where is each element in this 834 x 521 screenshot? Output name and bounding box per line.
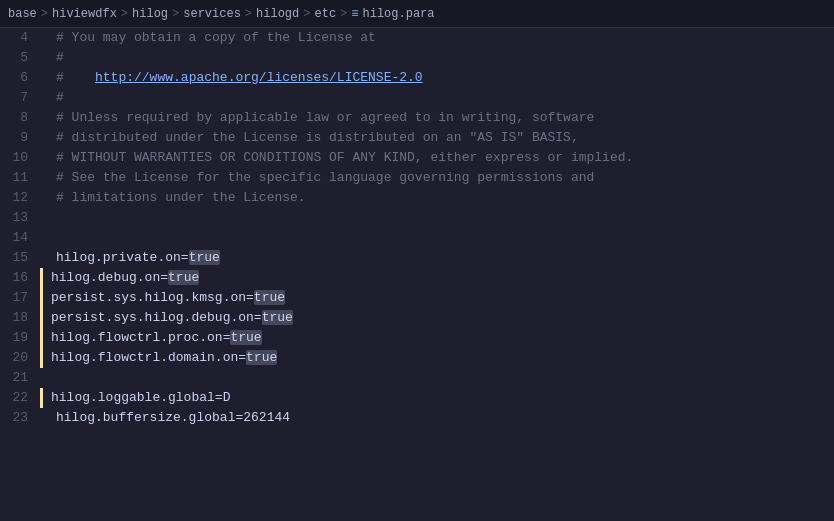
line-gutter	[40, 128, 48, 148]
breadcrumb: base > hiviewdfx > hilog > services > hi…	[0, 0, 834, 28]
line-content: # distributed under the License is distr…	[48, 128, 834, 148]
code-line: 8 # Unless required by applicable law or…	[0, 108, 834, 128]
line-gutter	[40, 208, 48, 228]
breadcrumb-services[interactable]: services	[183, 7, 241, 21]
config-key: persist.sys.hilog.debug.on=	[51, 310, 262, 325]
license-link[interactable]: http://www.apache.org/licenses/LICENSE-2…	[95, 70, 423, 85]
line-content: persist.sys.hilog.kmsg.on=true	[43, 288, 834, 308]
line-number: 14	[0, 228, 40, 248]
code-line: 5 #	[0, 48, 834, 68]
code-line: 14	[0, 228, 834, 248]
code-line: 22 hilog.loggable.global=D	[0, 388, 834, 408]
active-filename: hilog.para	[363, 7, 435, 21]
comment-text: # distributed under the License is distr…	[56, 130, 579, 145]
line-number: 22	[0, 388, 40, 408]
line-content: # Unless required by applicable law or a…	[48, 108, 834, 128]
line-content	[48, 208, 834, 228]
line-content: #	[48, 48, 834, 68]
line-gutter	[40, 168, 48, 188]
line-content: hilog.debug.on=true	[43, 268, 834, 288]
line-number: 21	[0, 368, 40, 388]
line-number: 10	[0, 148, 40, 168]
line-content: #	[48, 88, 834, 108]
comment-text: # WITHOUT WARRANTIES OR CONDITIONS OF AN…	[56, 150, 633, 165]
line-number: 15	[0, 248, 40, 268]
code-line: 7 #	[0, 88, 834, 108]
code-line: 10 # WITHOUT WARRANTIES OR CONDITIONS OF…	[0, 148, 834, 168]
comment-text: # Unless required by applicable law or a…	[56, 110, 594, 125]
sep1: >	[41, 7, 48, 21]
comment-text: # You may obtain a copy of the License a…	[56, 30, 376, 45]
line-gutter	[40, 228, 48, 248]
config-value: true	[262, 310, 293, 325]
config-value: true	[230, 330, 261, 345]
line-content: hilog.private.on=true	[48, 248, 834, 268]
line-number: 18	[0, 308, 40, 328]
code-line: 16 hilog.debug.on=true	[0, 268, 834, 288]
line-gutter	[40, 148, 48, 168]
code-editor: 4 # You may obtain a copy of the License…	[0, 28, 834, 521]
file-icon: ≡	[351, 7, 358, 21]
line-number: 9	[0, 128, 40, 148]
line-number: 4	[0, 28, 40, 48]
line-content: # You may obtain a copy of the License a…	[48, 28, 834, 48]
line-gutter	[40, 88, 48, 108]
line-gutter	[40, 408, 48, 428]
line-number: 6	[0, 68, 40, 88]
code-line: 21	[0, 368, 834, 388]
breadcrumb-hilogd[interactable]: hilogd	[256, 7, 299, 21]
line-number: 11	[0, 168, 40, 188]
config-key: hilog.loggable.global=D	[51, 390, 230, 405]
breadcrumb-base[interactable]: base	[8, 7, 37, 21]
line-content: hilog.flowctrl.domain.on=true	[43, 348, 834, 368]
line-gutter	[40, 68, 48, 88]
line-gutter	[40, 28, 48, 48]
line-content: # See the License for the specific langu…	[48, 168, 834, 188]
config-value: true	[246, 350, 277, 365]
comment-text: # http://www.apache.org/licenses/LICENSE…	[56, 70, 423, 85]
line-number: 13	[0, 208, 40, 228]
comment-text: #	[56, 50, 64, 65]
code-line: 19 hilog.flowctrl.proc.on=true	[0, 328, 834, 348]
line-number: 8	[0, 108, 40, 128]
line-content: hilog.buffersize.global=262144	[48, 408, 834, 428]
line-gutter	[40, 48, 48, 68]
sep6: >	[340, 7, 347, 21]
line-number: 20	[0, 348, 40, 368]
line-content: # limitations under the License.	[48, 188, 834, 208]
code-line: 9 # distributed under the License is dis…	[0, 128, 834, 148]
comment-text: # limitations under the License.	[56, 190, 306, 205]
code-line: 13	[0, 208, 834, 228]
breadcrumb-hiviewdfx[interactable]: hiviewdfx	[52, 7, 117, 21]
code-line: 23 hilog.buffersize.global=262144	[0, 408, 834, 428]
breadcrumb-active-file: ≡ hilog.para	[351, 7, 434, 21]
code-line: 4 # You may obtain a copy of the License…	[0, 28, 834, 48]
sep2: >	[121, 7, 128, 21]
code-line: 18 persist.sys.hilog.debug.on=true	[0, 308, 834, 328]
line-content: # WITHOUT WARRANTIES OR CONDITIONS OF AN…	[48, 148, 834, 168]
line-number: 17	[0, 288, 40, 308]
config-key: hilog.debug.on=	[51, 270, 168, 285]
config-key: persist.sys.hilog.kmsg.on=	[51, 290, 254, 305]
line-number: 12	[0, 188, 40, 208]
sep4: >	[245, 7, 252, 21]
config-key: hilog.buffersize.global=262144	[56, 410, 290, 425]
line-gutter	[40, 188, 48, 208]
line-gutter	[40, 248, 48, 268]
line-content: persist.sys.hilog.debug.on=true	[43, 308, 834, 328]
comment-text: #	[56, 90, 64, 105]
line-content: hilog.loggable.global=D	[43, 388, 834, 408]
code-line: 12 # limitations under the License.	[0, 188, 834, 208]
line-content: hilog.flowctrl.proc.on=true	[43, 328, 834, 348]
code-line: 15 hilog.private.on=true	[0, 248, 834, 268]
config-key: hilog.flowctrl.domain.on=	[51, 350, 246, 365]
config-value: true	[168, 270, 199, 285]
breadcrumb-etc[interactable]: etc	[314, 7, 336, 21]
line-content: # http://www.apache.org/licenses/LICENSE…	[48, 68, 834, 88]
breadcrumb-hilog[interactable]: hilog	[132, 7, 168, 21]
line-content	[48, 368, 834, 388]
config-key: hilog.private.on=	[56, 250, 189, 265]
line-number: 16	[0, 268, 40, 288]
code-line: 20 hilog.flowctrl.domain.on=true	[0, 348, 834, 368]
config-value: true	[254, 290, 285, 305]
